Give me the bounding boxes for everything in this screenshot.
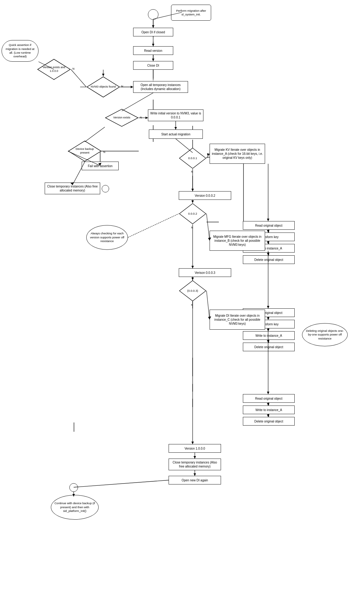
- diamond-ver-0001: 0.0.0.1: [179, 147, 207, 169]
- perform-migration-label: Perform migration after sl_system_init.: [171, 5, 211, 21]
- diamond-version-exists-1000: Version exists and 1.0.0.0: [37, 59, 71, 80]
- migrate-mfg-box: Migrate MFG Iterate over objects in inst…: [210, 231, 265, 251]
- diagram: Perform migration after sl_system_init. …: [0, 0, 364, 589]
- start-actual-migration-box: Start actual migration: [149, 130, 203, 139]
- svg-marker-109: [194, 456, 196, 459]
- delete-orig-2-box: Delete original object: [243, 343, 295, 351]
- write-initial-version-box: Write initial version to NVM3, value is …: [148, 109, 203, 121]
- diamond-version-exists: Version exists: [105, 109, 139, 127]
- diamond-ver-0003: (0.0.0.3): [179, 280, 207, 302]
- svg-line-112: [74, 480, 169, 487]
- quick-assertion-oval: Quick assertion if migration is needed a…: [2, 40, 39, 62]
- svg-marker-105: [267, 403, 269, 406]
- read-version-box: Read version: [133, 46, 173, 55]
- fail-assertion-box: Fail with assertion: [82, 162, 119, 170]
- svg-marker-74: [267, 219, 269, 221]
- open-new-di-box: Open new DI again: [169, 476, 221, 484]
- svg-marker-97: [191, 278, 194, 280]
- svg-marker-111: [194, 473, 196, 476]
- write-instance-a-3-box: Write to instance_A: [243, 406, 295, 414]
- svg-line-63: [85, 127, 105, 142]
- close-di-box: Close DI: [133, 61, 173, 70]
- svg-marker-87: [191, 266, 194, 268]
- continue-backup-oval: Continue with device backup (if present)…: [51, 495, 99, 520]
- svg-marker-49: [152, 59, 154, 61]
- svg-marker-95: [267, 340, 269, 343]
- delete-orig-1-box: Delete original object: [243, 255, 295, 264]
- n-label-3: N: [140, 116, 142, 119]
- svg-line-84: [207, 214, 210, 241]
- bottom-connector-circle: [69, 483, 78, 492]
- svg-line-98: [207, 291, 210, 319]
- svg-marker-60: [145, 117, 148, 119]
- migrate-kv-box: Migrate KV Iterate over objects in insta…: [210, 144, 265, 164]
- version-1000-box: Version 1.0.0.0: [169, 444, 221, 453]
- svg-marker-57: [131, 86, 133, 88]
- always-checking-oval: Always checking for each version support…: [86, 225, 128, 250]
- close-temp-loop-box: Close temporary instances (Also free all…: [45, 183, 100, 194]
- read-orig-1-box: Read original object: [243, 221, 295, 230]
- svg-marker-107: [267, 414, 269, 417]
- n-label-4: N: [103, 150, 105, 154]
- version-0002-box: Version 0.0.0.2: [179, 191, 231, 200]
- delete-orig-3-box: Delete original object: [243, 417, 295, 426]
- diamond-nvm3-objects: NVM3 objects found: [86, 76, 120, 98]
- migrate-di-box: Migrate DI Iterate over objects in insta…: [210, 310, 265, 330]
- deleting-supports-oval: Deleting original objects one-by-one sup…: [302, 323, 348, 346]
- svg-marker-72: [207, 153, 210, 156]
- svg-line-83: [128, 214, 179, 237]
- svg-marker-89: [267, 306, 269, 308]
- close-temp-final-box: Close temporary instances (Also free all…: [169, 459, 221, 470]
- delete-orig-2-text: Delete original object: [254, 345, 283, 349]
- svg-marker-47: [152, 44, 154, 46]
- n-label-1: N: [72, 67, 75, 70]
- svg-marker-62: [174, 127, 177, 130]
- n-label-2: N: [121, 85, 123, 88]
- svg-marker-80: [267, 253, 269, 255]
- diamond-device-backup: Device backup present: [68, 140, 102, 162]
- svg-marker-70: [191, 189, 194, 191]
- delete-orig-1-text: Delete original object: [254, 258, 283, 262]
- svg-marker-103: [267, 392, 269, 394]
- start-circle: [148, 9, 158, 20]
- n-label-6: N: [191, 226, 193, 229]
- write-instance-a-2-box: Write to instance_A: [243, 331, 295, 340]
- svg-line-71: [207, 154, 210, 158]
- open-di-box: Open DI if closed: [133, 28, 173, 36]
- svg-marker-78: [267, 241, 269, 244]
- svg-marker-91: [267, 317, 269, 320]
- version-0003-box: Verison 0.0.0.3: [179, 268, 231, 277]
- read-orig-3-box: Read original object: [243, 394, 295, 403]
- open-all-temp-box: Open all temporary instances (Includes d…: [133, 81, 188, 93]
- svg-marker-82: [191, 200, 194, 203]
- n-label-7: N: [191, 303, 193, 307]
- loop-connector-circle: [102, 185, 109, 192]
- svg-marker-52: [102, 74, 104, 76]
- svg-marker-76: [267, 230, 269, 233]
- svg-marker-101: [191, 442, 194, 444]
- diamond-ver-0002: 0.0.0.2: [179, 203, 207, 224]
- n-label-5: N: [191, 170, 193, 173]
- svg-marker-93: [267, 329, 269, 331]
- svg-marker-45: [152, 25, 154, 28]
- svg-line-54: [71, 69, 86, 87]
